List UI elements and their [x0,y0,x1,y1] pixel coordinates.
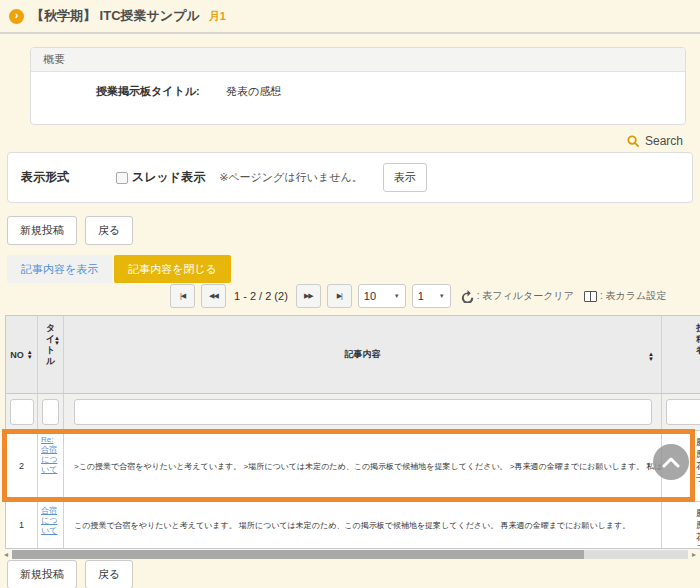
breadcrumb-arrow-icon: › [9,9,24,24]
scrollbar-left-arrow[interactable]: ◂ [0,550,12,559]
top-actions: 新規投稿 戻る [7,216,133,245]
page-size-select[interactable]: 10 ▼ [358,284,406,308]
pagination-prev-button[interactable]: ◀◀ [201,284,226,308]
search-icon [627,135,640,148]
filter-input-no[interactable] [10,399,34,425]
post-content: この授業で合宿をやりたいと考えています。 場所については未定のため、この掲示板で… [64,502,661,548]
sort-icon[interactable]: ▲▼ [27,350,33,360]
refresh-icon [461,290,474,303]
table-header-row: NO ▲▼ タイトル ▲▼ 記事内容 ▲▼ 投稿者 [6,316,700,394]
pagination-range: 1 - 2 / 2 (2) [234,290,288,302]
bottom-actions: 新規投稿 戻る [7,560,133,588]
filter-input-title[interactable] [42,399,59,425]
overview-panel: 概要 授業掲示板タイトル: 発表の感想 [30,47,686,125]
horizontal-scrollbar: ◂ ▸ [0,548,700,560]
filter-input-content[interactable] [74,399,652,425]
thread-display-label: スレッド表示 [132,169,205,186]
chevron-down-icon: ▼ [394,293,400,299]
page-size-value: 10 [364,290,376,302]
board-title-value: 発表の感想 [226,84,281,99]
back-button[interactable]: 戻る [85,216,133,245]
table-filter-row [6,394,700,431]
page-title: 【秋学期】 ITC授業サンプル [31,7,200,25]
column-header-no-label: NO [10,350,24,360]
scrollbar-right-arrow[interactable]: ▸ [688,550,700,559]
post-title-link[interactable]: 合宿について [41,506,60,536]
content-tabs: 記事内容を表示 記事内容を閉じる [7,255,231,283]
display-format-panel: 表示形式 スレッド表示 ※ページングは行いません。 表示 [7,152,693,203]
filter-clear-tool[interactable]: : 表フィルタークリア [461,289,574,303]
post-title-link[interactable]: Re:合宿について [41,435,60,475]
table-columns-icon [584,291,597,302]
show-button[interactable]: 表示 [383,163,427,192]
chevron-down-icon: ▼ [439,293,445,299]
course-period-badge: 月1 [209,9,226,24]
post-poster: 慶應花子 [695,436,700,484]
pagination-first-button[interactable]: |◀ [170,284,195,308]
table-row: 2 Re:合宿について >この授業で合宿をやりたいと考えています。 >場所につい… [6,431,700,502]
scrollbar-track[interactable] [12,550,688,559]
column-header-content-label: 記事内容 [64,316,661,393]
page-number-select[interactable]: 1 ▼ [412,284,451,308]
posts-table: NO ▲▼ タイトル ▲▼ 記事内容 ▲▼ 投稿者 2 [5,315,700,549]
thread-display-checkbox[interactable] [116,172,128,184]
post-no: 2 [6,431,37,501]
new-post-button[interactable]: 新規投稿 [7,216,77,245]
overview-panel-title: 概要 [31,48,685,72]
tab-show-article-content[interactable]: 記事内容を表示 [7,255,112,283]
column-header-content[interactable]: 記事内容 ▲▼ [64,316,662,394]
scroll-to-top-button[interactable] [653,444,689,480]
filter-clear-label: : 表フィルタークリア [477,289,574,303]
column-header-poster[interactable]: 投稿者 [662,316,700,394]
sort-icon[interactable]: ▲▼ [54,336,60,346]
chevron-up-icon [662,456,680,468]
paging-note: ※ページングは行いません。 [219,170,363,185]
search-toggle[interactable]: Search [627,134,683,148]
back-button-bottom[interactable]: 戻る [85,560,133,588]
new-post-button-bottom[interactable]: 新規投稿 [7,560,77,588]
page-number-value: 1 [418,290,424,302]
display-format-label: 表示形式 [21,169,116,186]
filter-input-poster[interactable] [666,399,700,425]
pagination-bar: |◀ ◀◀ 1 - 2 / 2 (2) ▶▶ ▶| 10 ▼ 1 ▼ : 表フィ… [170,284,666,308]
pagination-next-button[interactable]: ▶▶ [296,284,321,308]
board-title-label: 授業掲示板タイトル: [96,84,214,99]
column-header-no[interactable]: NO ▲▼ [6,316,38,394]
post-no: 1 [6,502,37,548]
column-header-poster-label: 投稿者 [695,316,700,356]
tab-hide-article-content[interactable]: 記事内容を閉じる [114,255,231,283]
bulletin-board-page: › 【秋学期】 ITC授業サンプル 月1 概要 授業掲示板タイトル: 発表の感想… [0,0,700,588]
scrollbar-thumb[interactable] [12,550,584,559]
search-label: Search [645,134,683,148]
page-header: › 【秋学期】 ITC授業サンプル 月1 [0,0,700,34]
table-row: 1 合宿について この授業で合宿をやりたいと考えています。 場所については未定の… [6,502,700,548]
column-config-tool[interactable]: : 表カラム設定 [584,289,666,303]
pagination-last-button[interactable]: ▶| [327,284,352,308]
board-title-row: 授業掲示板タイトル: 発表の感想 [96,84,281,99]
sort-icon[interactable]: ▲▼ [648,352,654,362]
column-config-label: : 表カラム設定 [600,289,666,303]
post-content: >この授業で合宿をやりたいと考えています。 >場所については未定のため、この掲示… [64,431,661,501]
column-header-title[interactable]: タイトル ▲▼ [38,316,64,394]
post-poster: 慶應花子 [695,507,700,548]
